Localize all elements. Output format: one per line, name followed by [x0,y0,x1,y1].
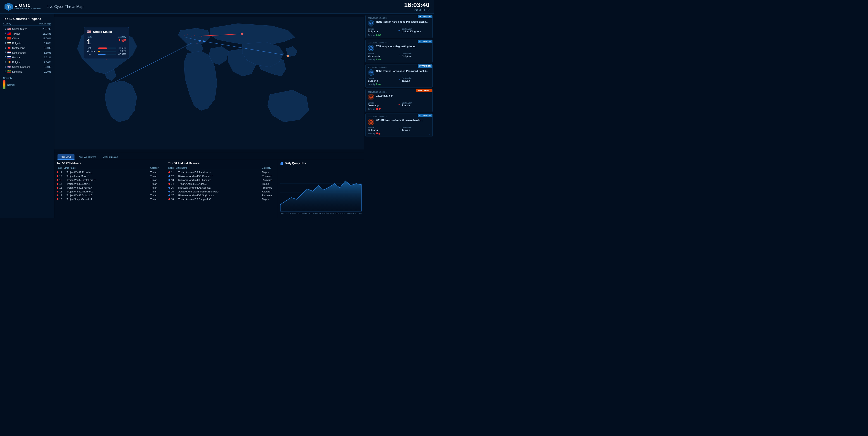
country-name: Russia [12,56,20,59]
event-card: Intrusion 2023/11/10 16:04:55 Netis Rout… [365,15,433,38]
expand-icon[interactable]: ⌄ [428,132,431,135]
malware-rank: 17 [171,194,178,197]
malware-name: Trojan.Win32.Trickster.7 [67,190,149,193]
severity-section: Severity Normal [3,77,51,89]
malware-name: Trojan.Win32.Shiotob.7 [67,194,149,197]
svg-rect-31 [184,35,185,36]
malware-rank: 14 [59,182,66,185]
rank-num: 1 [3,28,6,30]
country-left: 4 🇧🇬 Bulgaria [3,41,21,45]
malware-name: Trojan.Win32.Sodin.j [67,182,149,185]
malware-category: Trojan [150,182,164,185]
x-label-9: 10/29 [329,212,334,214]
x-label-2: 10/15 [291,212,296,214]
flag-emoji: 🇳🇱 [7,51,11,54]
rank-num: 4 [3,42,6,44]
country-row: 7 🇷🇺 Russia 3.21% [3,55,51,60]
malware-name: Riskware.AndroidOS.Generic.z [178,175,261,177]
country-pct: 2.60% [44,66,51,68]
header-left: LIONIC Security Solution Provider Live C… [4,3,84,11]
svg-rect-42 [203,44,204,44]
country-name: Bulgaria [12,42,21,44]
chart-title: Daily Query Hits [285,162,306,165]
threat-dot [57,195,58,196]
threat-dot [168,175,170,177]
source-val: Germany [368,104,396,107]
country-left: 7 🇷🇺 Russia [3,56,20,59]
malware-name: Trojan.AndroidOS.Badpack.C [178,198,261,201]
malware-rank: 11 [59,171,66,174]
tab-antivirus[interactable]: Anti-Virus [58,154,74,160]
route-dest: Destination Belgium [402,53,430,58]
col-percentage-label: Percentage [39,22,51,25]
malware-category: Riskware [262,179,276,181]
threat-dot [57,187,58,189]
country-left: 3 🇨🇳 China [3,37,19,40]
dest-label: Destination [402,77,430,79]
country-pct: 5.00% [44,46,51,49]
svg-point-51 [370,122,372,123]
popup-bars: High 48.68% Medium 10.33% Low 40.99% [87,47,126,56]
popup-country-name: United States [93,30,112,33]
tab-antiwebthreat[interactable]: Anti-WebThreat [75,155,99,160]
svg-rect-29 [106,59,106,60]
rank-num: 5 [3,46,6,49]
svg-rect-30 [182,33,182,33]
malware-rank: 14 [171,182,178,185]
sev-label: Severity [368,108,375,110]
threat-dot [57,171,58,173]
source-val: Bulgaria [368,79,396,82]
source-label: Source [368,28,396,30]
svg-point-9 [203,40,205,42]
event-badge: Intrusion [418,40,433,43]
threat-dot [57,179,58,181]
pc-col-cat: Category [150,167,164,169]
malware-rank: 15 [171,186,178,189]
svg-rect-44 [281,162,282,165]
country-pct: 3.69% [44,51,51,54]
country-pct: 3.21% [44,56,51,59]
list-item: 14 Trojan.AndroidOS.Adrd.C Trojan [168,182,276,186]
rank-num: 9 [3,66,6,68]
event-icon-row: OTHER Netcore/Netis firmware hard-c... [368,119,430,125]
tab-anti-intrusion[interactable]: Anti-Intrusion [100,155,121,160]
android-malware-table: Top 50 Android Malware Rank Virus Name C… [166,160,278,218]
route-arrow: → [398,78,401,81]
dest-label: Destination [402,53,430,55]
source-label: Source [368,102,396,104]
android-col-cat: Category [262,167,276,169]
sev-val: Low [376,58,381,61]
col-country-label: Country [3,22,11,25]
svg-rect-45 [282,162,283,165]
popup-severity-label: Severity [118,36,126,38]
pc-malware-title: Top 50 PC Malware [57,162,164,165]
sev-label: Severity [368,133,375,135]
list-item: 14 Trojan.Win32.Sodin.j Trojan [57,182,164,186]
country-name: Lithuania [12,70,23,73]
pc-col-virus: Virus Name [64,167,149,169]
event-title: Netis Router Hard-coded Password Backd..… [376,20,430,23]
event-icon-row: TCP suspicious flag setting found [368,45,430,51]
event-route: Source Bulgaria → Destination Taiwan [368,126,430,131]
event-card: Intrusion 2023/11/10 16:04:43 OTHER Netc… [365,113,433,137]
malware-rank: 18 [59,198,66,201]
malware-category: Riskware [262,175,276,177]
country-row: 3 🇨🇳 China 11.06% [3,36,51,41]
country-left: 1 🇺🇸 United States [3,27,27,31]
event-card: WebThreat 2023/11/10 16:09:31 220.143.83… [365,89,433,112]
flag-emoji: 🇺🇸 [7,27,11,31]
popup-bar-row: High 48.68% [87,47,126,49]
x-label-3: 10/17 [297,212,302,214]
flag-emoji: 🇧🇪 [7,60,11,64]
event-severity-row: Severity Low [368,34,430,36]
malware-category: Trojan [262,171,276,174]
center-area: 🇺🇸 United States Rank 1 Severity High Hi… [54,13,364,218]
malware-name: Trojan.Win32.Shelma.4 [67,186,149,189]
logo-box: LIONIC Security Solution Provider [4,3,41,11]
bottom-panel: Anti-Virus Anti-WebThreat Anti-Intrusion… [54,153,364,218]
event-severity-row: Severity High [368,108,430,110]
event-shield-icon [368,94,374,100]
popup-severity-val: High [118,38,126,42]
country-left: 9 🇬🇧 United Kingdom [3,65,30,69]
country-pct: 2.94% [44,61,51,64]
